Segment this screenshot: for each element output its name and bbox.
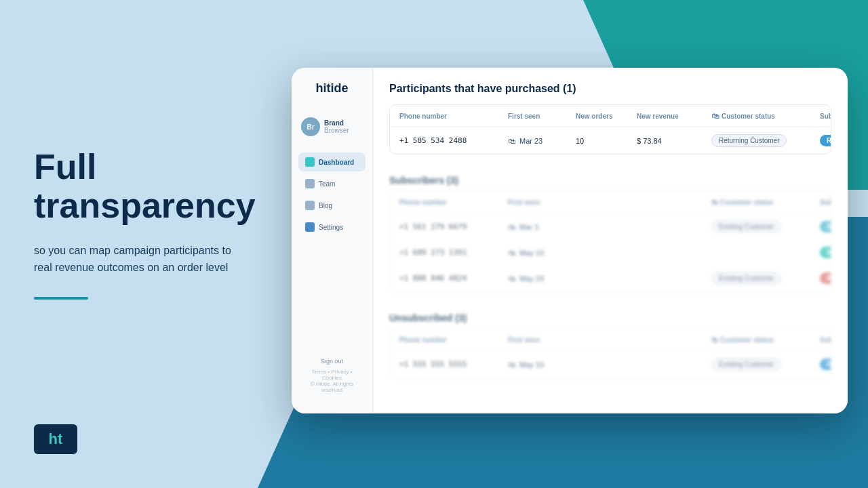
nav-dot-settings [305,222,315,232]
new-sms-badge: New SMS Subscriber [820,247,831,258]
nav-dot-blog [305,201,315,210]
headline: Full transparency [34,148,237,225]
sidebar: hitide Br Brand Browser Dashboard Team B… [292,68,373,413]
col-first-seen-label: First seen [508,113,540,120]
nav-dot-dashboard [305,157,315,167]
unsubscribed-table: Phone number First seen 🛍 Customer statu… [389,329,831,378]
col-new-revenue: New revenue [637,112,711,120]
table-row: +1 561 279 6679 🛍Mar 3 Existing Customer… [390,214,831,240]
nav-dot-team [305,179,315,188]
sub-col-subscriber: Subscriber status [820,199,831,206]
purchased-table: Phone number First seen New orders New r… [389,104,831,155]
unsub-col-first-seen: First seen [508,336,576,344]
unsub-col-customer: 🛍 Customer status [711,336,820,344]
sidebar-item-team[interactable]: Team [298,174,366,193]
customer-chip: Returning Customer [711,134,787,147]
col-phone-label: Phone number [399,113,447,120]
subscribers-table-header: Phone number First seen 🛍 Customer statu… [390,192,831,214]
first-seen-date: 🛍Mar 3 [508,223,576,231]
new-orders-value: 10 [576,137,637,145]
subscribers-section-label: Subscribers (3) [389,165,831,191]
reactivated-badge: Reactivated [820,135,831,146]
sub-col-first-seen: First seen [508,199,576,206]
table-row: +1 585 534 2488 🛍 Mar 23 10 $ 73.84 Retu… [390,127,831,154]
col-first-seen: First seen [508,112,576,120]
sidebar-item-settings[interactable]: Settings [298,218,366,237]
subscriber-status-cell: Reactivated [820,221,831,232]
headline-line1: Full [34,147,96,186]
unsubscribed-section-label: Unsubscribed (3) [389,303,831,329]
subscriber-status-cell: New SMS Subscriber [820,247,831,258]
unsubscribed-table-header: Phone number First seen 🛍 Customer statu… [390,329,831,351]
col-subscriber-status-label: Subscriber status [820,113,831,120]
page-title: Participants that have purchased (1) [389,83,831,95]
customer-chip: Existing Customer [711,220,781,233]
subtext: so you can map campaign participants to … [34,242,237,277]
col-customer-status-label: Customer status [722,113,775,120]
sidebar-label-settings: Settings [319,224,343,231]
col-customer-status: 🛍 Customer status [711,112,820,120]
phone-number: +1 609 273 1391 [399,248,508,257]
sidebar-brand[interactable]: Br Brand Browser [292,112,372,142]
left-panel: Full transparency so you can map campaig… [0,0,271,488]
brand-sub: Browser [324,127,349,134]
unsub-col-subscriber: Subscriber status [820,336,831,344]
sub-col-phone: Phone number [399,199,508,206]
sign-out-link[interactable]: Sign out [301,358,363,365]
col-phone: Phone number [399,112,508,120]
phone-number: +1 888 846 4824 [399,274,508,283]
first-seen-date: 🛍 Mar 23 [508,137,576,145]
sub-col-customer: 🛍 Customer status [711,199,820,206]
new-revenue-value: $ 73.84 [637,137,711,145]
logo-container: ht [34,424,77,454]
sidebar-label-dashboard: Dashboard [319,159,354,166]
subscriber-status-cell: Reactivated [820,272,831,284]
subscriber-status-cell: Reactivated [820,359,831,370]
brand-name: Brand [324,119,349,127]
reactivated-badge: Reactivated [820,359,831,370]
footer-copyright: © Hitide. All rights reserved [301,381,363,393]
subscriber-status-cell: Reactivated [820,135,831,146]
table-row: +1 555 555 5555 🛍May 10 Existing Custome… [390,351,831,378]
sidebar-nav: Dashboard Team Blog Settings [292,152,372,239]
customer-status-cell: Existing Customer [711,272,820,285]
phone-number: +1 585 534 2488 [399,136,508,145]
deactivated-badge: Reactivated [820,272,831,284]
customer-status-cell: Existing Customer [711,358,820,371]
shopify-icon: 🛍 [508,137,515,145]
col-new-orders-label: New orders [576,113,612,120]
unsub-col-phone: Phone number [399,336,508,344]
sub-col-empty2 [637,199,711,206]
phone-number: +1 561 279 6679 [399,222,508,231]
reactivated-badge: Reactivated [820,221,831,232]
app-window: hitide Br Brand Browser Dashboard Team B… [292,68,848,413]
col-subscriber-status: Subscriber status [820,112,831,120]
sub-col-empty1 [576,199,637,206]
purchased-table-header: Phone number First seen New orders New r… [390,105,831,127]
subscribers-table: Phone number First seen 🛍 Customer statu… [389,191,831,292]
col-new-orders: New orders [576,112,637,120]
customer-chip: Existing Customer [711,272,781,285]
phone-number: +1 555 555 5555 [399,360,508,369]
customer-chip: Existing Customer [711,358,781,371]
col-new-revenue-label: New revenue [637,113,679,120]
sidebar-label-team: Team [319,180,335,188]
sidebar-item-dashboard[interactable]: Dashboard [298,152,366,171]
underline-bar [34,297,88,300]
footer-links: Terms • Privacy • Cookies [301,369,363,381]
headline-line2: transparency [34,186,256,225]
customer-status-cell: Returning Customer [711,134,820,147]
sidebar-footer: Sign out Terms • Privacy • Cookies © Hit… [292,351,372,400]
main-content: Participants that have purchased (1) Pho… [373,68,848,413]
first-seen-date: 🛍May 29 [508,274,576,283]
first-seen-date: 🛍May 10 [508,361,576,369]
table-row: +1 888 846 4824 🛍May 29 Existing Custome… [390,265,831,291]
sidebar-item-blog[interactable]: Blog [298,196,366,215]
customer-status-cell: Existing Customer [711,220,820,233]
table-row: +1 609 273 1391 🛍May 10 New SMS Subscrib… [390,240,831,265]
first-seen-date: 🛍May 10 [508,249,576,257]
sidebar-label-blog: Blog [319,202,332,209]
brand-avatar: Br [301,117,320,136]
date-value: Mar 23 [519,137,542,145]
sidebar-logo: hitide [308,81,357,96]
